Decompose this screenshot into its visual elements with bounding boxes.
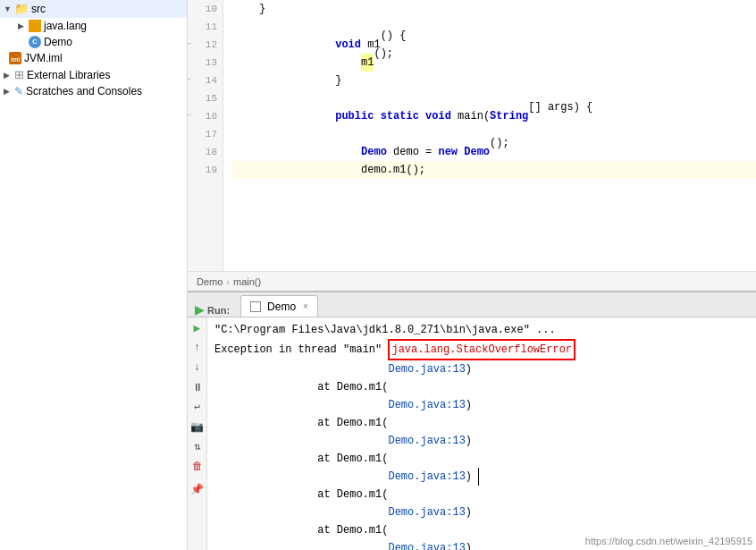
run-tab-demo[interactable]: Demo × [240, 295, 318, 317]
line-num-17: 17 [188, 125, 217, 143]
folder-icon-javalang [29, 20, 41, 32]
sidebar-label-scratches: Scratches and Consoles [26, 85, 142, 97]
stack-line-2: at Demo.m1(Demo.java:13) [214, 396, 749, 432]
fold-icon-16: − [188, 107, 191, 125]
line-numbers: 10 11 12 − 13 ↺ 14 − [188, 0, 223, 271]
folder-icon-src: 📁 [14, 2, 29, 16]
class-icon-demo: C [29, 36, 41, 48]
run-up-button[interactable]: ↑ [190, 341, 205, 355]
scratches-icon: ✎ [14, 85, 23, 97]
expand-arrow-javalang: ▶ [18, 21, 29, 30]
line-num-12: 12 − [188, 36, 217, 54]
run-body: ▶ ↑ ↓ ⏸ ↩ 📷 ⇅ 🗑 📌 "C:\Program Files\Java… [188, 317, 756, 550]
code-editor: 10 11 12 − 13 ↺ 14 − [188, 0, 756, 291]
sidebar: ▼ 📁 src ▶ java.lang C Demo iml JVM.iml ▶… [0, 0, 188, 550]
run-panel: ▶ Run: Demo × ▶ ↑ ↓ ⏸ ↩ 📷 ⇅ [188, 291, 756, 550]
sidebar-label-extlib: External Libraries [27, 69, 110, 81]
run-tab-label: Run: [207, 305, 230, 316]
sidebar-item-extlib[interactable]: ▶ ⊞ External Libraries [0, 66, 187, 83]
run-label: ▶ Run: [188, 303, 237, 317]
sidebar-item-jvmiml[interactable]: iml JVM.iml [0, 50, 187, 66]
sidebar-item-scratches[interactable]: ▶ ✎ Scratches and Consoles [0, 83, 187, 99]
tab-file-icon [250, 301, 261, 312]
line-num-10: 10 [188, 0, 217, 18]
sidebar-item-src[interactable]: ▼ 📁 src [0, 0, 187, 18]
run-play-button[interactable]: ▶ [190, 321, 205, 335]
fold-icon-12: − [188, 36, 191, 54]
line-num-16: 16 ▶ − [188, 107, 217, 125]
sidebar-label-demo: Demo [44, 36, 72, 48]
run-pause-button[interactable]: ⏸ [190, 380, 205, 394]
run-output[interactable]: "C:\Program Files\Java\jdk1.8.0_271\bin\… [207, 317, 756, 550]
breadcrumb-class: Demo [197, 276, 223, 287]
output-line-exception: Exception in thread "main" java.lang.Sta… [214, 339, 749, 360]
fold-icon-14: − [188, 72, 191, 89]
line-num-19: 19 [188, 161, 217, 179]
expand-arrow-src: ▼ [4, 4, 14, 13]
tab-close-button[interactable]: × [303, 301, 308, 311]
breadcrumb-method: main() [233, 276, 261, 287]
run-down-button[interactable]: ↓ [190, 360, 205, 375]
code-line-16: public static void main(String[] args) { [232, 107, 756, 125]
stack-line-3: at Demo.m1(Demo.java:13) [214, 432, 749, 468]
run-sort-button[interactable]: ⇅ [190, 439, 205, 453]
code-line-14: } [232, 72, 756, 89]
watermark: https://blog.csdn.net/weixin_42195915 [585, 536, 752, 546]
svg-text:iml: iml [11, 56, 20, 63]
line-num-18: 18 [188, 143, 217, 161]
stack-link-4[interactable]: Demo.java:13 [388, 468, 465, 486]
line-num-11: 11 [188, 18, 217, 36]
breadcrumb-sep: › [226, 276, 230, 287]
cmd-text: "C:\Program Files\Java\jdk1.8.0_271\bin\… [214, 321, 556, 339]
sidebar-label-jvmiml: JVM.iml [24, 52, 63, 64]
stack-link-2[interactable]: Demo.java:13 [388, 396, 465, 414]
sidebar-item-demo[interactable]: C Demo [0, 34, 187, 50]
exception-error: java.lang.StackOverflowError [388, 339, 575, 360]
line-num-13: 13 ↺ [188, 54, 217, 72]
run-tab-name: Demo [267, 300, 296, 313]
cursor [472, 468, 479, 486]
expand-arrow-scratches: ▶ [4, 87, 14, 96]
run-sidebar: ▶ ↑ ↓ ⏸ ↩ 📷 ⇅ 🗑 📌 [188, 317, 207, 550]
sidebar-label-javalang: java.lang [44, 20, 87, 32]
stack-link-3[interactable]: Demo.java:13 [388, 432, 465, 450]
run-wrap-button[interactable]: ↩ [190, 400, 205, 414]
run-snapshot-button[interactable]: 📷 [190, 419, 205, 434]
stack-link-5[interactable]: Demo.java:13 [388, 503, 465, 521]
line-num-15: 15 [188, 89, 217, 107]
code-content[interactable]: } void m1() { m1(); } public stat [223, 0, 756, 271]
stack-link-6[interactable]: Demo.java:13 [388, 539, 465, 550]
run-pin-button[interactable]: 📌 [190, 482, 205, 496]
output-line-cmd: "C:\Program Files\Java\jdk1.8.0_271\bin\… [214, 321, 749, 339]
stack-line-1: at Demo.m1(Demo.java:13) [214, 360, 749, 396]
stack-link-1[interactable]: Demo.java:13 [388, 360, 465, 378]
run-tab-bar: ▶ Run: Demo × [188, 292, 756, 317]
exception-prefix: Exception in thread "main" [214, 341, 388, 359]
code-line-10: } [232, 0, 756, 18]
library-icon: ⊞ [14, 68, 24, 81]
stack-line-5: at Demo.m1(Demo.java:13) [214, 503, 749, 539]
run-trash-button[interactable]: 🗑 [190, 459, 205, 473]
breadcrumb: Demo › main() [188, 271, 756, 291]
stack-line-4: at Demo.m1(Demo.java:13) [214, 468, 749, 503]
line-num-14: 14 − [188, 72, 217, 89]
expand-arrow-extlib: ▶ [4, 71, 14, 80]
run-tab-icon: ▶ [195, 303, 204, 317]
iml-icon: iml [9, 52, 21, 64]
sidebar-label-src: src [31, 3, 46, 15]
sidebar-item-javalang[interactable]: ▶ java.lang [0, 18, 187, 34]
